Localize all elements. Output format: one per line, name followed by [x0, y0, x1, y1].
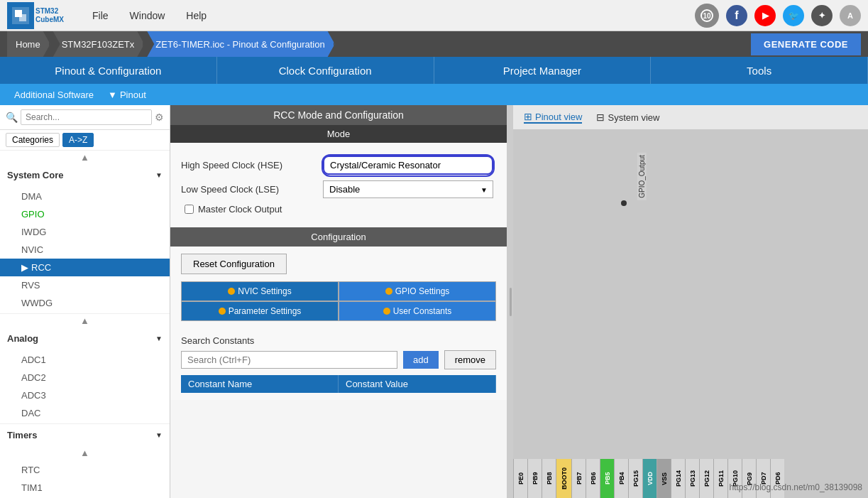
- pin-pb8[interactable]: PB8: [542, 459, 556, 498]
- sub-tab-bar: Additional Software ▼ Pinout: [0, 84, 868, 105]
- main-tab-bar: Pinout & Configuration Clock Configurati…: [0, 57, 868, 84]
- menu-file[interactable]: File: [92, 10, 109, 21]
- tab-nvic-settings[interactable]: NVIC Settings: [181, 281, 339, 301]
- pin-pg13[interactable]: PG13: [685, 459, 699, 498]
- subtab-additional-software[interactable]: Additional Software: [14, 90, 94, 100]
- timers-scroll-up[interactable]: ▲: [0, 446, 170, 460]
- pin-pg11[interactable]: PG11: [713, 459, 727, 498]
- breadcrumb-file[interactable]: ZET6-TIMER.ioc - Pinout & Configuration: [147, 31, 334, 57]
- generate-code-button[interactable]: GENERATE CODE: [751, 33, 861, 55]
- add-button[interactable]: add: [403, 351, 439, 369]
- search-constants-label: Search Constants: [181, 335, 496, 346]
- pin-vss[interactable]: VSS: [657, 459, 671, 498]
- master-clock-checkbox[interactable]: [185, 205, 194, 214]
- rcc-arrow-icon: ▶: [21, 262, 28, 273]
- mode-section: Mode High Speed Clock (HSE) Crystal/Cera…: [170, 125, 507, 227]
- pin-pb9[interactable]: PB9: [527, 459, 542, 498]
- logo-area: STM32 CubeMX: [7, 2, 64, 29]
- pin-pb4[interactable]: PB4: [614, 459, 628, 498]
- pin-pe0[interactable]: PE0: [513, 459, 527, 498]
- tab-project-manager[interactable]: Project Manager: [434, 57, 652, 84]
- pin-pb7[interactable]: PB7: [571, 459, 586, 498]
- analog-header[interactable]: Analog ▼: [0, 328, 170, 350]
- sidebar-item-rcc[interactable]: ▶ RCC: [0, 259, 170, 276]
- config-body: Reset Configuration NVIC Settings GPIO S…: [170, 247, 507, 328]
- sidebar: 🔍 ⚙ Categories A->Z ▲ System Core ▼ DMA …: [0, 105, 170, 498]
- twitter-icon[interactable]: 🐦: [783, 5, 804, 26]
- pin-pb6[interactable]: PB6: [586, 459, 600, 498]
- tab-parameter-settings[interactable]: Parameter Settings: [181, 301, 339, 321]
- pin-indicator: [621, 200, 627, 206]
- breadcrumb-bar: Home STM32F103ZETx ZET6-TIMER.ioc - Pino…: [0, 31, 868, 57]
- settings-tabs-2: Parameter Settings User Constants: [181, 301, 496, 321]
- facebook-icon[interactable]: f: [726, 5, 747, 26]
- settings-tabs: NVIC Settings GPIO Settings: [181, 281, 496, 301]
- tab-clock-config[interactable]: Clock Configuration: [217, 57, 434, 84]
- tab-user-constants[interactable]: User Constants: [339, 301, 496, 321]
- menu-window[interactable]: Window: [130, 10, 165, 21]
- pin-pg15[interactable]: PG15: [628, 459, 642, 498]
- watermark: https://blog.csdn.net/m0_38139098: [730, 482, 862, 492]
- pin-pb5[interactable]: PB5: [600, 459, 614, 498]
- sidebar-section-system-core: ▲ System Core ▼ DMA GPIO IWDG NVIC ▶ RCC…: [0, 151, 170, 314]
- menu-bar: STM32 CubeMX File Window Help 10 f ▶ 🐦 ✦…: [0, 0, 868, 31]
- main-layout: 🔍 ⚙ Categories A->Z ▲ System Core ▼ DMA …: [0, 105, 868, 498]
- sidebar-item-tim1[interactable]: TIM1: [0, 479, 170, 497]
- subtab-pinout[interactable]: ▼ Pinout: [108, 90, 146, 100]
- high-speed-select[interactable]: Crystal/Ceramic Resonator Disable BYPASS…: [323, 156, 493, 175]
- pin-pg12[interactable]: PG12: [699, 459, 713, 498]
- filter-categories[interactable]: Categories: [6, 133, 60, 147]
- sidebar-item-dac[interactable]: DAC: [0, 404, 170, 422]
- pin-diagram: ⊞ Pinout view ⊟ System view GPIO_Output: [513, 105, 868, 498]
- sidebar-item-adc2[interactable]: ADC2: [0, 369, 170, 386]
- scroll-up-btn[interactable]: ▲: [0, 151, 170, 164]
- sidebar-item-rvs[interactable]: RVS: [0, 276, 170, 294]
- sidebar-item-nvic[interactable]: NVIC: [0, 241, 170, 259]
- analog-scroll-up[interactable]: ▲: [0, 314, 170, 328]
- menu-help[interactable]: Help: [186, 10, 207, 21]
- remove-button[interactable]: remove: [444, 350, 496, 369]
- pin-pg14[interactable]: PG14: [671, 459, 685, 498]
- search-constants-input[interactable]: [181, 351, 397, 369]
- panel-resizer[interactable]: [507, 105, 513, 498]
- content-area: RCC Mode and Configuration Mode High Spe…: [170, 105, 868, 498]
- badge-icon[interactable]: 10: [695, 4, 719, 28]
- filter-az[interactable]: A->Z: [62, 133, 94, 147]
- sidebar-item-iwdg[interactable]: IWDG: [0, 223, 170, 241]
- reset-config-button[interactable]: Reset Configuration: [181, 254, 287, 274]
- sidebar-item-rtc[interactable]: RTC: [0, 461, 170, 479]
- system-core-items: DMA GPIO IWDG NVIC ▶ RCC RVS WWDG: [0, 186, 170, 313]
- user-constants-section: Search Constants add remove Constant Nam…: [170, 328, 507, 400]
- pin-boot0[interactable]: BOOT0: [556, 459, 571, 498]
- system-core-header[interactable]: System Core ▼: [0, 164, 170, 186]
- timers-chevron-icon: ▼: [155, 431, 163, 439]
- settings-icon[interactable]: ⚙: [155, 112, 164, 123]
- network-icon[interactable]: ✦: [811, 5, 833, 26]
- gpio-output-label: GPIO_Output: [637, 153, 647, 200]
- pin-area: GPIO_Output PE0 PB9 PB8 BOOT0 PB7 PB6 PB…: [513, 129, 868, 498]
- sidebar-item-gpio[interactable]: GPIO: [0, 205, 170, 223]
- sidebar-item-adc3[interactable]: ADC3: [0, 386, 170, 404]
- pin-vdd[interactable]: VDD: [642, 459, 657, 498]
- tab-tools[interactable]: Tools: [651, 57, 868, 84]
- search-input[interactable]: [21, 109, 152, 125]
- timers-header[interactable]: Timers ▼: [0, 424, 170, 446]
- breadcrumb-device[interactable]: STM32F103ZETx: [53, 31, 145, 57]
- sidebar-item-dma[interactable]: DMA: [0, 188, 170, 205]
- mode-header: Mode: [170, 125, 507, 143]
- sidebar-item-wwdg[interactable]: WWDG: [0, 294, 170, 312]
- tab-pinout-config[interactable]: Pinout & Configuration: [0, 57, 217, 84]
- tab-system-view[interactable]: ⊟ System view: [596, 112, 659, 123]
- youtube-icon[interactable]: ▶: [754, 5, 776, 26]
- filter-tabs: Categories A->Z: [0, 130, 170, 151]
- analog-chevron-icon: ▼: [155, 335, 163, 342]
- analog-items: ADC1 ADC2 ADC3 DAC: [0, 350, 170, 423]
- tab-pinout-view[interactable]: ⊞ Pinout view: [524, 111, 582, 124]
- sidebar-section-timers: Timers ▼ ▲ RTC TIM1: [0, 424, 170, 498]
- sidebar-item-adc1[interactable]: ADC1: [0, 351, 170, 369]
- extra-icon[interactable]: A: [840, 5, 861, 26]
- breadcrumb-home[interactable]: Home: [7, 31, 50, 57]
- tab-gpio-settings[interactable]: GPIO Settings: [339, 281, 496, 301]
- high-speed-clock-row: High Speed Clock (HSE) Crystal/Ceramic R…: [181, 156, 496, 175]
- low-speed-select[interactable]: Disable Crystal/Ceramic Resonator BYPASS…: [323, 180, 493, 198]
